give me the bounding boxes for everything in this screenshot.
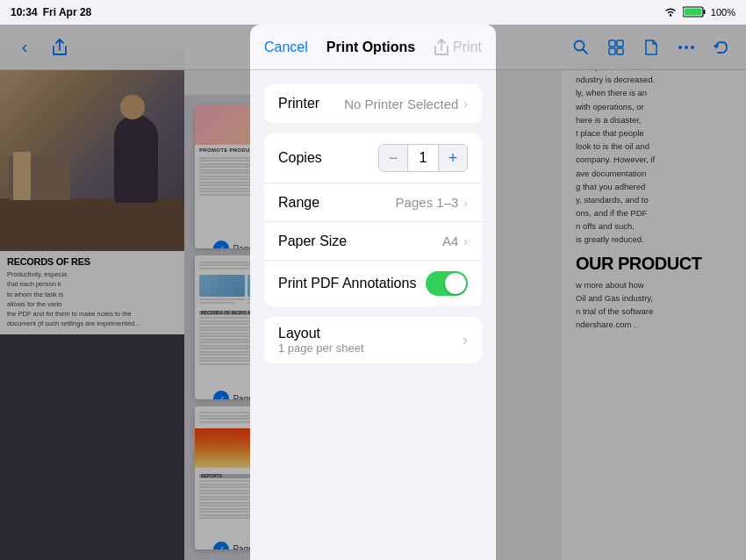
pdf-annotations-label: Print PDF Annotations [278, 276, 416, 291]
date: Fri Apr 28 [43, 6, 92, 18]
battery-indicator [683, 6, 706, 19]
status-bar: 10:34 Fri Apr 28 100% [0, 0, 746, 25]
copies-count: 1 [407, 145, 439, 171]
range-row[interactable]: Range Pages 1–3 › [264, 183, 482, 222]
copies-decrease-button[interactable]: − [379, 145, 407, 171]
layout-chevron: › [463, 331, 468, 349]
status-left: 10:34 Fri Apr 28 [11, 6, 91, 18]
printer-value-area: No Printer Selected › [344, 97, 468, 111]
print-button: Print [453, 39, 482, 55]
paper-size-chevron: › [463, 234, 468, 248]
share-icon [434, 39, 449, 56]
cancel-button[interactable]: Cancel [264, 39, 308, 55]
printer-section: Printer No Printer Selected › [264, 84, 482, 123]
modal-header: Cancel Print Options Print [250, 25, 496, 70]
range-value: Pages 1–3 [396, 195, 459, 210]
options-section: Copies − 1 + Range Pages 1–3 › [264, 133, 482, 306]
status-right: 100% [664, 6, 735, 19]
range-label: Range [278, 195, 319, 211]
layout-sublabel: 1 page per sheet [278, 341, 364, 355]
paper-size-value-area: A4 › [442, 233, 468, 248]
modal-body: Printer No Printer Selected › Copies − 1 [250, 70, 496, 560]
svg-rect-3 [684, 8, 701, 15]
range-value-area: Pages 1–3 › [396, 195, 468, 210]
layout-row: Layout 1 page per sheet › [264, 317, 482, 363]
copies-stepper[interactable]: − 1 + [378, 144, 468, 172]
battery-percent: 100% [711, 7, 735, 18]
paper-size-value: A4 [442, 233, 458, 248]
modal-title: Print Options [326, 39, 415, 55]
toggle-thumb [445, 273, 466, 294]
printer-label: Printer [278, 96, 319, 111]
printer-chevron: › [463, 97, 468, 111]
copies-label: Copies [278, 150, 322, 166]
printer-row[interactable]: Printer No Printer Selected › [264, 84, 482, 123]
print-modal: Cancel Print Options Print Printer No Pr… [250, 25, 496, 560]
copies-row: Copies − 1 + [264, 133, 482, 183]
svg-rect-2 [703, 10, 705, 14]
layout-label: Layout [278, 326, 364, 341]
pdf-annotations-row: Print PDF Annotations [264, 261, 482, 306]
paper-size-label: Paper Size [278, 233, 347, 249]
svg-point-0 [670, 14, 671, 16]
range-chevron: › [463, 196, 468, 210]
copies-increase-button[interactable]: + [439, 145, 467, 171]
wifi-icon [664, 6, 678, 18]
print-header-area: Print [434, 39, 482, 56]
layout-section[interactable]: Layout 1 page per sheet › [264, 317, 482, 363]
pdf-annotations-toggle[interactable] [426, 271, 468, 296]
layout-label-group: Layout 1 page per sheet [278, 326, 364, 355]
printer-value: No Printer Selected [344, 97, 458, 111]
time: 10:34 [11, 6, 38, 18]
paper-size-row[interactable]: Paper Size A4 › [264, 222, 482, 261]
